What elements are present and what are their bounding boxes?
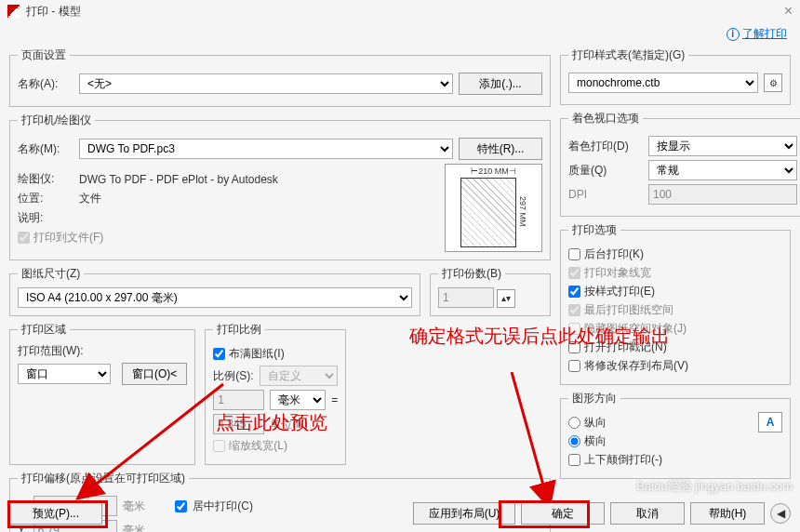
- info-icon: i: [727, 28, 740, 41]
- quality-label: 质量(Q): [568, 163, 643, 179]
- scalelw-label: 缩放线宽(L): [229, 438, 287, 454]
- scale-unit2: 单位(N): [270, 417, 308, 432]
- desc-label: 说明:: [18, 210, 73, 226]
- range-label: 打印范围(W):: [18, 343, 187, 359]
- dpi-input: [648, 184, 797, 205]
- shaded-legend: 着色视口选项: [568, 111, 643, 126]
- opt-lw-check: [568, 267, 580, 279]
- location-value: 文件: [79, 191, 101, 206]
- scale-group: 打印比例 布满图纸(I) 比例(S):自定义 毫米= 单位(N) 缩放线宽(L): [205, 322, 346, 465]
- copies-group: 打印份数(B) ▴▾: [430, 266, 551, 316]
- titlebar: 打印 - 模型 ×: [0, 0, 800, 22]
- upsidedown-check[interactable]: [568, 454, 580, 466]
- styletable-select[interactable]: monochrome.ctb: [568, 73, 758, 93]
- options-legend: 打印选项: [568, 222, 620, 238]
- opt-bg-check[interactable]: [568, 248, 580, 260]
- cancel-button[interactable]: 取消: [610, 502, 685, 525]
- watermark: Baidu经验 jingyan.baidu.com: [636, 478, 793, 495]
- apply-layout-button[interactable]: 应用到布局(U): [413, 502, 515, 525]
- printer-name-select[interactable]: DWG To PDF.pc3: [79, 139, 453, 159]
- scale-unit1[interactable]: 毫米: [270, 390, 326, 410]
- portrait-radio[interactable]: [568, 417, 580, 429]
- fit-check[interactable]: [213, 348, 225, 360]
- opt-stamp-check[interactable]: [568, 341, 580, 353]
- scalelw-check: [213, 440, 225, 452]
- pagesetup-name-label: 名称(A):: [18, 76, 73, 92]
- plotter-label: 绘图仪:: [18, 171, 73, 187]
- page-setup-group: 页面设置 名称(A): <无> 添加(.)...: [9, 47, 551, 107]
- copies-input: [438, 287, 494, 308]
- offset-legend: 打印偏移(原点设置在可打印区域): [18, 471, 189, 486]
- range-select[interactable]: 窗口: [18, 364, 111, 384]
- ok-button[interactable]: 确定: [521, 502, 605, 525]
- shaded-group: 着色视口选项 着色打印(D)按显示 质量(Q)常规 DPI: [560, 111, 800, 217]
- papersize-legend: 图纸尺寸(Z): [18, 266, 84, 282]
- print-to-file-label: 打印到文件(F): [33, 230, 103, 246]
- preview-button[interactable]: 预览(P)...: [9, 502, 102, 525]
- scale-label: 比例(S):: [213, 368, 253, 384]
- page-setup-legend: 页面设置: [18, 47, 70, 63]
- expand-icon[interactable]: ◀: [770, 503, 791, 524]
- window-button[interactable]: 窗口(O)<: [122, 363, 187, 385]
- area-legend: 打印区域: [18, 322, 70, 338]
- close-icon[interactable]: ×: [784, 3, 793, 20]
- help-button[interactable]: 帮助(H): [690, 502, 765, 525]
- papersize-select[interactable]: ISO A4 (210.00 x 297.00 毫米): [18, 287, 412, 308]
- location-label: 位置:: [18, 191, 73, 206]
- orientation-legend: 图形方向: [568, 391, 620, 406]
- copies-legend: 打印份数(B): [438, 266, 505, 282]
- plotter-value: DWG To PDF - PDF ePlot - by Autodesk: [79, 173, 278, 186]
- orientation-icon: A: [758, 412, 782, 432]
- opt-save-check[interactable]: [568, 360, 580, 372]
- orientation-group: 图形方向 纵向 横向 上下颠倒打印(-) A: [560, 391, 791, 479]
- printer-name-label: 名称(M):: [18, 141, 73, 157]
- scale-select: 自定义: [260, 366, 339, 386]
- spinner-icon[interactable]: ▴▾: [497, 289, 515, 308]
- props-button[interactable]: 特性(R)...: [459, 138, 542, 160]
- scale-val1: [213, 390, 264, 410]
- dpi-label: DPI: [568, 188, 643, 201]
- opt-style-check[interactable]: [568, 286, 580, 298]
- options-group: 打印选项 后台打印(K) 打印对象线宽 按样式打印(E) 最后打印图纸空间 隐藏…: [560, 222, 791, 385]
- learn-print-link[interactable]: 了解打印: [742, 27, 787, 40]
- y-label: Y:: [18, 524, 28, 532]
- styletable-legend: 打印样式表(笔指定)(G): [568, 47, 688, 63]
- landscape-radio[interactable]: [568, 435, 580, 447]
- gear-icon[interactable]: ⚙: [764, 73, 782, 92]
- fit-label: 布满图纸(I): [229, 346, 284, 362]
- papersize-group: 图纸尺寸(Z) ISO A4 (210.00 x 297.00 毫米): [9, 266, 420, 316]
- printer-legend: 打印机/绘图仪: [18, 113, 95, 128]
- styletable-group: 打印样式表(笔指定)(G) monochrome.ctb ⚙: [560, 47, 791, 105]
- area-group: 打印区域 打印范围(W): 窗口 窗口(O)<: [9, 322, 195, 465]
- scale-val2: [213, 414, 264, 434]
- printer-group: 打印机/绘图仪 名称(M): DWG To PDF.pc3 特性(R)... 绘…: [9, 113, 551, 260]
- window-title: 打印 - 模型: [26, 4, 81, 20]
- scale-legend: 打印比例: [213, 322, 265, 338]
- opt-last-check: [568, 304, 580, 316]
- quality-select[interactable]: 常规: [648, 160, 797, 180]
- paper-preview: ⊢ 210 MM ⊣ 297 MM: [445, 164, 542, 252]
- app-icon: [7, 5, 20, 18]
- shadeprint-select[interactable]: 按显示: [648, 136, 797, 156]
- add-button[interactable]: 添加(.)...: [459, 73, 542, 95]
- opt-hide-check: [568, 323, 580, 335]
- print-to-file-check: [18, 232, 30, 244]
- shadeprint-label: 着色打印(D): [568, 139, 643, 154]
- pagesetup-name-select[interactable]: <无>: [79, 73, 453, 94]
